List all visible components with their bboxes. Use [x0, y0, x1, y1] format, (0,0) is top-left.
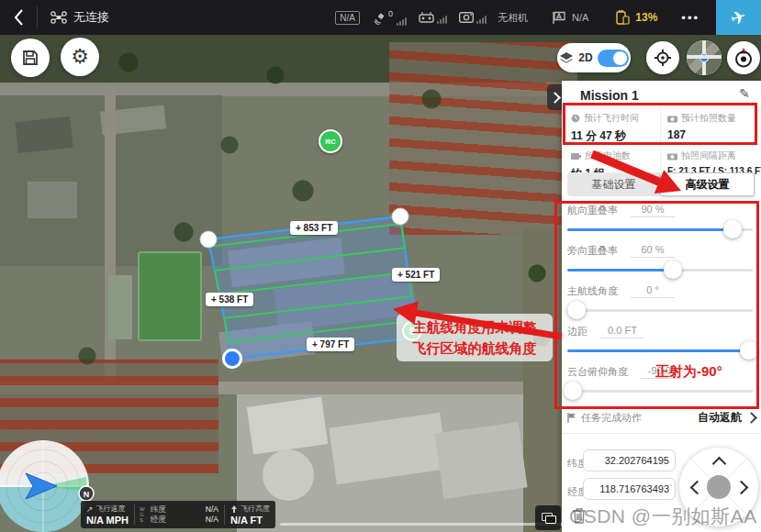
locate-icon: [654, 49, 672, 67]
mission-panel: Mission 1 ✎ 预计飞行时间 11 分 47 秒 预计拍照数量 187 …: [562, 81, 761, 532]
home-indicator: [280, 523, 566, 526]
north-badge: N: [84, 490, 90, 499]
nudge-up-button[interactable]: [712, 457, 727, 471]
camera-signal-bars: [476, 16, 487, 24]
camera-status-label: 无相机: [498, 11, 528, 25]
flag-icon: [567, 413, 576, 423]
aircraft-connection-status: 无连接: [50, 9, 109, 26]
battery-percent: 13%: [635, 11, 657, 24]
divider: [562, 144, 761, 145]
compass-icon: [732, 46, 755, 70]
map-mode-pill[interactable]: 2D: [557, 43, 631, 72]
gimbal-annotation-note: 正射为-90°: [655, 363, 722, 381]
satellite-icon: [372, 12, 386, 25]
slider-row-course-overlap: 航向重叠率 90 %: [565, 204, 755, 242]
vertex-handle[interactable]: [200, 231, 217, 248]
divider: [562, 107, 761, 108]
gps-signal-bars: [397, 17, 407, 26]
clock-icon: [571, 114, 580, 123]
edge-length-label: + 853 FT: [290, 221, 338, 235]
slider-value-field[interactable]: 0.0 FT: [600, 325, 644, 338]
vertex-handle[interactable]: [392, 208, 408, 225]
slider-track[interactable]: [567, 390, 753, 393]
mission-settings-button[interactable]: ⚙: [61, 38, 99, 76]
mission-finish-action-row[interactable]: 任务完成动作 自动返航: [567, 409, 755, 426]
locate-me-button[interactable]: [646, 41, 679, 74]
speed-arrow-icon: ↗: [86, 504, 94, 514]
save-mission-button[interactable]: [11, 39, 50, 77]
status-na-badge: N/A: [335, 11, 360, 25]
camera-icon: [667, 115, 677, 123]
back-button[interactable]: [0, 0, 37, 35]
flight-mode-value: N/A: [572, 12, 588, 23]
slider-track[interactable]: [567, 349, 753, 352]
slider-track[interactable]: [567, 228, 753, 231]
status-icons: N/A 0: [328, 0, 761, 35]
more-menu-button[interactable]: •••: [681, 11, 699, 25]
map-mode-label: 2D: [578, 51, 592, 64]
slider-row-route-angle: 主航线角度 0 °: [565, 284, 755, 323]
compass-reset-button[interactable]: [727, 41, 760, 74]
view-switch-button[interactable]: [535, 505, 561, 530]
stat-flight-time: 预计飞行时间 11 分 47 秒: [571, 112, 663, 144]
slider-track[interactable]: [567, 269, 753, 272]
slider-thumb[interactable]: [740, 341, 758, 360]
battery-status: 13%: [616, 10, 657, 25]
nudge-right-button[interactable]: [734, 481, 749, 495]
vertex-handle-selected[interactable]: [224, 350, 241, 368]
edge-length-label: + 521 FT: [392, 268, 440, 282]
chevron-right-icon: [549, 92, 561, 104]
remote-controller-icon: [419, 11, 434, 23]
telemetry-altitude: 飞行高度 N/A FT: [225, 501, 275, 528]
slider-thumb[interactable]: [567, 301, 586, 319]
slider-track[interactable]: [567, 309, 753, 312]
tab-basic-settings[interactable]: 基础设置: [567, 172, 660, 196]
telemetry-speed: ↗ 飞行速度 N/A MPH: [81, 501, 134, 528]
divider: [37, 6, 38, 28]
slider-fill: [567, 228, 733, 231]
gps-count: 0: [388, 9, 393, 18]
telemetry-bar: ↗ 飞行速度 N/A MPH W G S 纬度 N/A 经度 N/A 飞行高度 …: [81, 501, 275, 528]
slider-thumb[interactable]: [664, 260, 682, 279]
longitude-input[interactable]: 118.716763493: [583, 478, 676, 500]
slider-thumb[interactable]: [564, 382, 582, 400]
slider-value-field[interactable]: 0 °: [631, 284, 675, 298]
dpad-center-button[interactable]: [707, 475, 731, 499]
slider-row-margin: 边距 0.0 FT: [565, 325, 755, 363]
app-root: RC S + 853 FT + 521 FT + 538 FT + 797 FT…: [0, 0, 761, 532]
back-chevron-icon: [13, 8, 24, 27]
2d-3d-toggle[interactable]: [598, 50, 629, 67]
slider-fill: [567, 349, 749, 352]
drone-icon: [50, 11, 67, 24]
toggle-knob: [613, 51, 627, 65]
gear-icon: ⚙: [71, 45, 89, 69]
slider-row-side-overlap: 旁向重叠率 60 %: [565, 244, 755, 283]
annotation-line: 主航线角度用来调整: [413, 316, 537, 338]
latitude-input[interactable]: 32.202764195: [583, 449, 676, 471]
save-icon: [21, 49, 39, 67]
minimap-position-dot: [699, 53, 709, 62]
rc-position-marker[interactable]: RC: [319, 129, 342, 153]
edit-mission-icon[interactable]: ✎: [739, 86, 750, 101]
nudge-left-button[interactable]: [690, 481, 705, 495]
takeoff-button[interactable]: ✈: [716, 0, 761, 35]
minimap-button[interactable]: [687, 40, 722, 75]
tab-advanced-settings[interactable]: 高级设置: [660, 172, 755, 196]
battery-icon: [571, 152, 581, 161]
chevron-right-icon: [747, 409, 755, 426]
battery-device-icon: [616, 10, 630, 25]
annotation-line: 飞行区域的航线角度: [413, 338, 537, 359]
sidebar-collapse-tab[interactable]: [547, 84, 562, 110]
slider-value-field[interactable]: 60 %: [631, 244, 675, 258]
watermark: CSDN @一别如斯AA: [569, 504, 757, 529]
divider: [562, 433, 761, 434]
slider-value-field[interactable]: 90 %: [631, 204, 675, 217]
rc-signal: [419, 11, 447, 24]
mission-title: Mission 1: [580, 88, 639, 103]
airplane-icon: ✈: [728, 5, 749, 30]
flight-mode-status: N/A: [552, 11, 588, 25]
settings-tabs: 基础设置 高级设置: [567, 172, 755, 196]
layers-icon: [559, 51, 574, 64]
top-status-bar: 无连接 N/A 0: [0, 0, 761, 35]
slider-thumb[interactable]: [723, 220, 742, 238]
